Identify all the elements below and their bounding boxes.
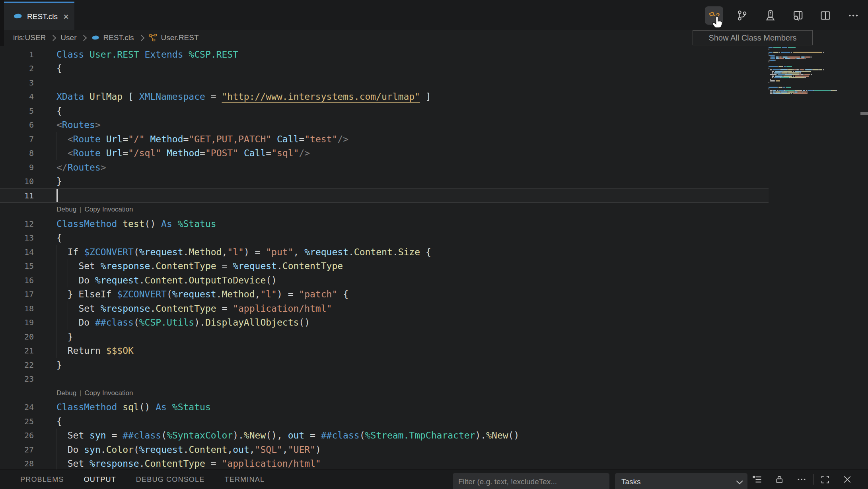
- code-token: %request: [139, 444, 183, 455]
- editor-pane[interactable]: 1Class User.REST Extends %CSP.REST2{34XD…: [0, 46, 868, 470]
- code-token: Class: [56, 49, 90, 60]
- breadcrumb-item-user-rest[interactable]: User.REST: [149, 33, 199, 42]
- code-token: Content: [189, 444, 227, 455]
- codelens-link-copy-invocation[interactable]: Copy Invocation: [85, 206, 133, 213]
- code-line-2[interactable]: 2{: [0, 62, 769, 76]
- code-line-19[interactable]: 19 Do ##class(%CSP.Utils).DisplayAllObje…: [0, 316, 769, 330]
- open-search-editor-button[interactable]: [788, 6, 807, 25]
- code-line-23[interactable]: 23: [0, 372, 769, 386]
- code-line-1[interactable]: 1Class User.REST Extends %CSP.REST: [0, 47, 769, 62]
- lock-scroll-button[interactable]: [773, 473, 786, 486]
- code-line-16[interactable]: 16 Do %request.Content.OutputToDevice(): [0, 273, 769, 287]
- server-actions-button[interactable]: [761, 6, 779, 25]
- code-line-21[interactable]: 21 Return $$$OK: [0, 344, 769, 358]
- indent-guide: [56, 146, 57, 161]
- more-actions-button[interactable]: [844, 6, 862, 25]
- code-token: "http://www.intersystems.com/urlmap": [222, 91, 420, 102]
- panel-tab-debug-console[interactable]: DEBUG CONSOLE: [136, 475, 205, 484]
- code-token: [161, 148, 167, 158]
- code-token: ).: [194, 317, 205, 328]
- line-number: 19: [0, 318, 34, 327]
- code-token: %CSP.REST: [189, 49, 238, 60]
- code-line-24[interactable]: 24ClassMethod sql() As %Status: [0, 400, 769, 415]
- code-token: ContentType: [156, 303, 216, 314]
- indent-guide: [56, 442, 57, 457]
- code-line-20[interactable]: 20 }: [0, 330, 769, 344]
- code-token: %request: [233, 261, 277, 271]
- code-token: }: [56, 332, 73, 342]
- breadcrumb-item-user[interactable]: User: [60, 33, 76, 42]
- code-line-6[interactable]: 6<Routes>: [0, 118, 769, 132]
- line-number: 23: [0, 374, 34, 384]
- chevron-right-icon: [50, 35, 56, 41]
- breadcrumb-item-rest-cls[interactable]: REST.cls: [91, 33, 134, 42]
- code-token: .: [139, 458, 145, 469]
- tab-rest-cls[interactable]: REST.cls ×: [4, 2, 74, 30]
- class-file-icon: [13, 13, 22, 20]
- code-line-18[interactable]: 18 Set %response.ContentType = "applicat…: [0, 301, 769, 316]
- class-file-icon: [91, 35, 99, 41]
- code-line-25[interactable]: 25{: [0, 414, 769, 429]
- line-number: 8: [0, 148, 34, 158]
- breadcrumb-item-iris-user[interactable]: iris:USER: [13, 33, 46, 42]
- line-number: 17: [0, 289, 34, 299]
- code-token: {: [420, 247, 431, 257]
- close-tab-icon[interactable]: ×: [63, 12, 69, 21]
- code-line-10[interactable]: 10}: [0, 175, 769, 189]
- line-number: 24: [0, 402, 34, 412]
- panel-more-actions-button[interactable]: [795, 473, 808, 486]
- code-line-8[interactable]: 8 <Route Url="/sql" Method="POST" Call="…: [0, 146, 769, 161]
- minimap-block: [770, 93, 773, 94]
- output-filter-input[interactable]: [453, 473, 609, 489]
- code-text: XData UrlMap [ XMLNamespace = "http://ww…: [56, 91, 431, 102]
- code-line-28[interactable]: 28 Set %response.ContentType = "applicat…: [0, 457, 769, 470]
- chevron-down-icon: [736, 477, 743, 484]
- code-line-3[interactable]: 3: [0, 76, 769, 90]
- code-line-4[interactable]: 4XData UrlMap [ XMLNamespace = "http://w…: [0, 90, 769, 104]
- code-line-13[interactable]: 13{: [0, 231, 769, 245]
- code-line-22[interactable]: 22}: [0, 358, 769, 372]
- code-token: {: [56, 233, 62, 243]
- code-token: Url: [106, 148, 123, 158]
- maximize-panel-button[interactable]: [818, 473, 832, 486]
- code-token: =: [211, 91, 222, 102]
- code-token: [56, 148, 68, 158]
- codelens-link-copy-invocation[interactable]: Copy Invocation: [85, 389, 133, 397]
- panel-tab-terminal[interactable]: TERMINAL: [224, 475, 265, 484]
- code-line-5[interactable]: 5{: [0, 104, 769, 118]
- codelens-link-debug[interactable]: Debug: [56, 206, 76, 213]
- output-channel-select[interactable]: Tasks: [615, 473, 747, 489]
- code-line-15[interactable]: 15 Set %response.ContentType = %request.…: [0, 259, 769, 274]
- line-number: 3: [0, 78, 34, 87]
- codelens-row[interactable]: Debug|Copy Invocation: [0, 386, 769, 400]
- panel-tab-problems[interactable]: PROBLEMS: [20, 475, 64, 484]
- code-line-7[interactable]: 7 <Route Url="/" Method="GET,PUT,PATCH" …: [0, 132, 769, 146]
- close-panel-button[interactable]: [841, 473, 854, 486]
- code-text: }: [56, 360, 62, 370]
- minimap[interactable]: [769, 47, 854, 102]
- split-editor-button[interactable]: [816, 6, 835, 25]
- clear-output-button[interactable]: [750, 473, 764, 486]
- code-text: }: [56, 332, 73, 342]
- code-line-27[interactable]: 27 Do syn.Color(%request.Content,out,"SQ…: [0, 442, 769, 457]
- code-line-11[interactable]: 11: [0, 188, 769, 203]
- show-class-members-button[interactable]: ?: [705, 6, 723, 25]
- codelens: Debug|Copy Invocation: [56, 206, 133, 213]
- code-token: .: [150, 303, 156, 314]
- code-token: .: [150, 261, 156, 271]
- code-line-12[interactable]: 12ClassMethod test() As %Status: [0, 217, 769, 231]
- editor-actions: ?: [705, 5, 862, 26]
- code-token: ).: [475, 430, 486, 440]
- panel-tab-output[interactable]: OUTPUT: [84, 475, 116, 484]
- code-line-26[interactable]: 26 Set syn = ##class(%SyntaxColor).%New(…: [0, 429, 769, 443]
- code-line-14[interactable]: 14 If $ZCONVERT(%request.Method,"l") = "…: [0, 245, 769, 259]
- codelens-link-debug[interactable]: Debug: [56, 389, 76, 397]
- code-token: =: [266, 148, 271, 158]
- code-line-17[interactable]: 17 } ElseIf $ZCONVERT(%request.Method,"l…: [0, 287, 769, 302]
- class-members-icon: ?: [708, 10, 720, 21]
- code-token: Do: [56, 317, 95, 328]
- codelens-row[interactable]: Debug|Copy Invocation: [0, 203, 769, 217]
- code-token: ,: [249, 444, 255, 455]
- code-line-9[interactable]: 9</Routes>: [0, 160, 769, 175]
- source-control-graph-button[interactable]: [733, 6, 751, 25]
